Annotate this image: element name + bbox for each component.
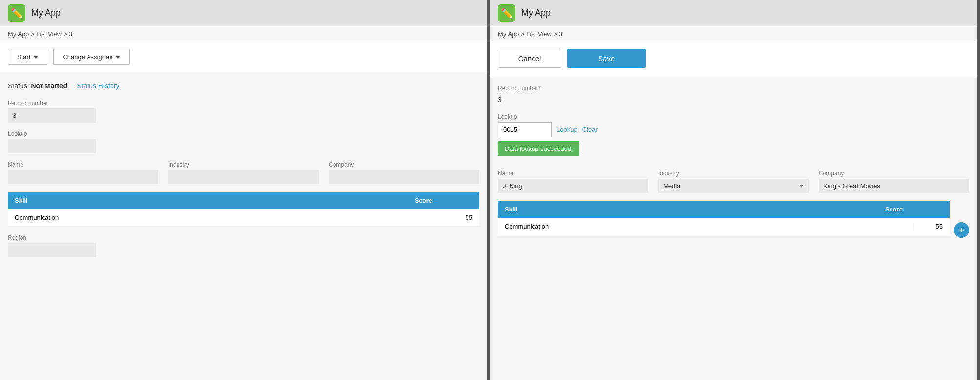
left-app-icon: ✏️	[8, 4, 25, 22]
left-company-label: Company	[329, 161, 479, 168]
left-record-number-field: Record number	[8, 100, 479, 123]
pencil-icon: ✏️	[11, 7, 23, 19]
left-score-header: Score	[375, 197, 472, 204]
left-company-col: Company	[329, 161, 479, 184]
right-breadcrumb-sep-2: >	[554, 30, 559, 38]
left-name-label: Name	[8, 161, 158, 168]
right-name-label: Name	[498, 170, 648, 177]
left-industry-col: Industry	[168, 161, 319, 184]
left-app-title: My App	[31, 8, 61, 18]
left-skill-header: Skill	[15, 197, 375, 204]
right-pencil-icon: ✏️	[501, 7, 513, 19]
right-record-number-value: 3	[498, 94, 969, 106]
breadcrumb-sep-2: >	[64, 30, 69, 38]
left-toolbar: Start Change Assignee	[0, 42, 487, 72]
right-company-input[interactable]	[819, 179, 969, 193]
right-score-header: Score	[845, 206, 943, 213]
left-lookup-label: Lookup	[8, 130, 479, 137]
left-panel: ✏️ My App My App > List View > 3 Start C…	[0, 0, 490, 380]
right-company-col: Company	[819, 170, 969, 193]
left-header: ✏️ My App	[0, 0, 487, 26]
right-record-number-label: Record number*	[498, 85, 969, 92]
right-toolbar: Cancel Save	[490, 42, 977, 75]
status-value: Not started	[31, 82, 67, 90]
right-panel: ✏️ My App My App > List View > 3 Cancel …	[490, 0, 980, 380]
left-table-row: Communication 55	[8, 209, 479, 227]
right-table-with-add: Skill Score +	[498, 201, 969, 238]
right-header: ✏️ My App	[490, 0, 977, 26]
left-skill-cell: Communication	[15, 214, 375, 221]
left-lookup-input[interactable]	[8, 139, 96, 153]
breadcrumb-item-3: 3	[69, 30, 72, 38]
lookup-success-message: Data lookup succeeded.	[498, 141, 579, 156]
right-skill-header: Skill	[505, 206, 845, 213]
left-content: Status: Not started Status History Recor…	[0, 72, 487, 380]
right-breadcrumb-item-3: 3	[559, 30, 562, 38]
start-button[interactable]: Start	[8, 49, 47, 65]
right-clear-link[interactable]: Clear	[582, 126, 598, 133]
add-row-button[interactable]: +	[954, 222, 969, 238]
right-lookup-row: Lookup Clear	[498, 122, 969, 137]
right-three-col: Name Industry Media Company	[498, 170, 969, 193]
right-industry-col: Industry Media	[658, 170, 809, 193]
right-breadcrumb-item-2: List View	[526, 30, 552, 38]
right-name-input[interactable]	[498, 179, 648, 193]
left-record-number-input[interactable]	[8, 108, 96, 123]
breadcrumb-item-1: My App	[8, 30, 29, 38]
left-name-input[interactable]	[8, 170, 158, 184]
left-industry-input[interactable]	[168, 170, 319, 184]
right-name-col: Name	[498, 170, 648, 193]
left-region-field: Region	[8, 234, 479, 257]
right-company-label: Company	[819, 170, 969, 177]
right-industry-select[interactable]: Media	[658, 179, 809, 193]
breadcrumb-sep-1: >	[31, 30, 36, 38]
left-region-input[interactable]	[8, 243, 96, 257]
left-three-col: Name Industry Company	[8, 161, 479, 184]
right-skill-input[interactable]	[505, 223, 913, 230]
left-region-label: Region	[8, 234, 479, 241]
right-industry-select-wrapper: Media	[658, 179, 809, 193]
right-breadcrumb-sep-1: >	[521, 30, 526, 38]
change-assignee-chevron-icon	[115, 56, 120, 59]
right-breadcrumb: My App > List View > 3	[490, 26, 977, 42]
left-score-cell: 55	[375, 214, 472, 221]
change-assignee-label: Change Assignee	[63, 53, 112, 61]
status-history-link[interactable]: Status History	[77, 82, 119, 90]
right-content: Record number* 3 Lookup Lookup Clear Dat…	[490, 75, 977, 380]
right-lookup-label: Lookup	[498, 113, 969, 120]
breadcrumb-item-2: List View	[36, 30, 62, 38]
save-button[interactable]: Save	[567, 49, 646, 68]
right-table-header: Skill Score	[498, 201, 950, 218]
right-record-number-field: Record number* 3	[498, 85, 969, 106]
left-name-col: Name	[8, 161, 158, 184]
left-company-input[interactable]	[329, 170, 479, 184]
left-record-number-label: Record number	[8, 100, 479, 106]
left-breadcrumb: My App > List View > 3	[0, 26, 487, 42]
right-app-title: My App	[521, 8, 551, 18]
right-table-container: Skill Score	[498, 201, 950, 235]
left-industry-label: Industry	[168, 161, 319, 168]
cancel-button[interactable]: Cancel	[498, 49, 561, 68]
start-chevron-icon	[33, 56, 38, 59]
right-app-icon: ✏️	[498, 4, 515, 22]
right-lookup-field: Lookup Lookup Clear Data lookup succeede…	[498, 113, 969, 162]
right-breadcrumb-item-1: My App	[498, 30, 519, 38]
right-lookup-link[interactable]: Lookup	[557, 126, 578, 133]
status-label: Status:	[8, 82, 29, 90]
left-lookup-field: Lookup	[8, 130, 479, 153]
status-row: Status: Not started Status History	[8, 82, 479, 90]
right-score-input[interactable]	[913, 223, 943, 230]
right-table-row	[498, 218, 950, 235]
left-table-section: Skill Score Communication 55	[8, 192, 479, 227]
right-lookup-input[interactable]	[498, 122, 552, 137]
right-industry-label: Industry	[658, 170, 809, 177]
left-table-header: Skill Score	[8, 192, 479, 209]
change-assignee-button[interactable]: Change Assignee	[53, 49, 130, 65]
start-label: Start	[17, 53, 30, 61]
